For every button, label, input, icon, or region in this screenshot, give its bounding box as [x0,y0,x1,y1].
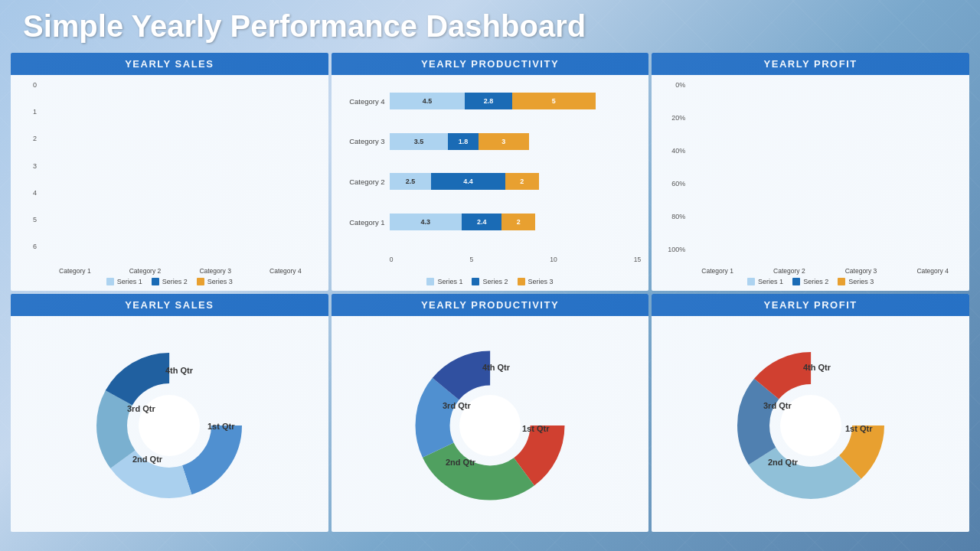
svg-text:4th Qtr: 4th Qtr [482,363,511,372]
svg-text:1st Qtr: 1st Qtr [522,424,550,433]
svg-text:3rd Qtr: 3rd Qtr [443,401,471,410]
panel-header-top-left: YEARLY SALES [11,53,328,75]
panel-bot-left: YEARLY SALES 1st Qtr 2nd Qtr 3rd Qtr [11,294,328,532]
hbar-chart-area: Category 4 4.5 2.8 5 Category 3 3.5 1.8 … [332,75,649,291]
hbar-row-cat1: Category 1 4.3 2.4 2 [339,214,642,230]
bar-chart-inner: 6543210 [18,81,321,267]
panel-header-bot-right: YEARLY PROFIT [652,294,969,316]
panel-header-bot-mid: YEARLY PRODUCTIVITY [332,294,649,316]
main-title: Simple Yearly Performance Dashboard [0,0,980,50]
donut-chart-mid: 1st Qtr 2nd Qtr 3rd Qtr 4th Qtr [406,341,574,510]
svg-text:1st Qtr: 1st Qtr [207,422,235,431]
panel-header-top-right: YEARLY PROFIT [652,53,969,75]
donut-area-left: 1st Qtr 2nd Qtr 3rd Qtr 4th Qtr [11,316,328,532]
y-axis-bar: 6543210 [18,81,40,252]
stacked-x-labels: Category 1 Category 2 Category 3 Categor… [659,267,962,275]
svg-text:1st Qtr: 1st Qtr [845,424,873,433]
donut-chart-right: 1st Qtr 2nd Qtr 3rd Qtr 4th Qtr [727,341,895,510]
hbar-row-cat2: Category 2 2.5 4.4 2 [339,173,642,190]
donut-area-mid: 1st Qtr 2nd Qtr 3rd Qtr 4th Qtr [332,316,649,532]
dashboard-grid: YEARLY SALES 6543210 [0,50,980,540]
panel-top-left: YEARLY SALES 6543210 [11,53,328,291]
panel-bot-mid: YEARLY PRODUCTIVITY 1st Qtr 2nd Qtr 3rd … [332,294,649,532]
legend-hbar: Series 1 Series 2 Series 3 [339,275,642,287]
svg-text:3rd Qtr: 3rd Qtr [763,401,792,410]
donut-chart-left: 1st Qtr 2nd Qtr 3rd Qtr 4th Qtr [85,341,253,510]
stacked-chart-area: 100%80%60%40%20%0% [652,75,969,291]
svg-text:4th Qtr: 4th Qtr [803,363,831,372]
panel-header-bot-left: YEARLY SALES [11,294,328,316]
hbar-row-cat3: Category 3 3.5 1.8 3 [339,133,642,150]
hbar-x-axis: 051015 [390,256,642,263]
svg-text:2nd Qtr: 2nd Qtr [768,458,799,467]
panel-top-right: YEARLY PROFIT 100%80%60%40%20%0% [652,53,969,291]
hbar-row-cat4: Category 4 4.5 2.8 5 [339,93,642,109]
svg-text:2nd Qtr: 2nd Qtr [446,458,476,467]
panel-bot-right: YEARLY PROFIT 1st Qtr 2nd Qtr 3rd Qtr 4t… [652,294,969,532]
hbar-container: Category 4 4.5 2.8 5 Category 3 3.5 1.8 … [339,81,642,275]
svg-text:4th Qtr: 4th Qtr [165,366,194,375]
stacked-y-axis: 100%80%60%40%20%0% [659,81,688,253]
legend-bar: Series 1 Series 2 Series 3 [18,275,321,287]
svg-text:2nd Qtr: 2nd Qtr [132,455,163,464]
x-labels-bar: Category 1 Category 2 Category 3 Categor… [18,267,321,275]
panel-header-top-mid: YEARLY PRODUCTIVITY [332,53,649,75]
stacked-inner: 100%80%60%40%20%0% [659,81,962,267]
legend-stacked: Series 1 Series 2 Series 3 [659,275,962,287]
donut-area-right: 1st Qtr 2nd Qtr 3rd Qtr 4th Qtr [652,316,969,532]
svg-text:3rd Qtr: 3rd Qtr [127,404,155,413]
panel-top-mid: YEARLY PRODUCTIVITY Category 4 4.5 2.8 5… [332,53,649,291]
bar-chart-area: 6543210 [11,75,328,291]
